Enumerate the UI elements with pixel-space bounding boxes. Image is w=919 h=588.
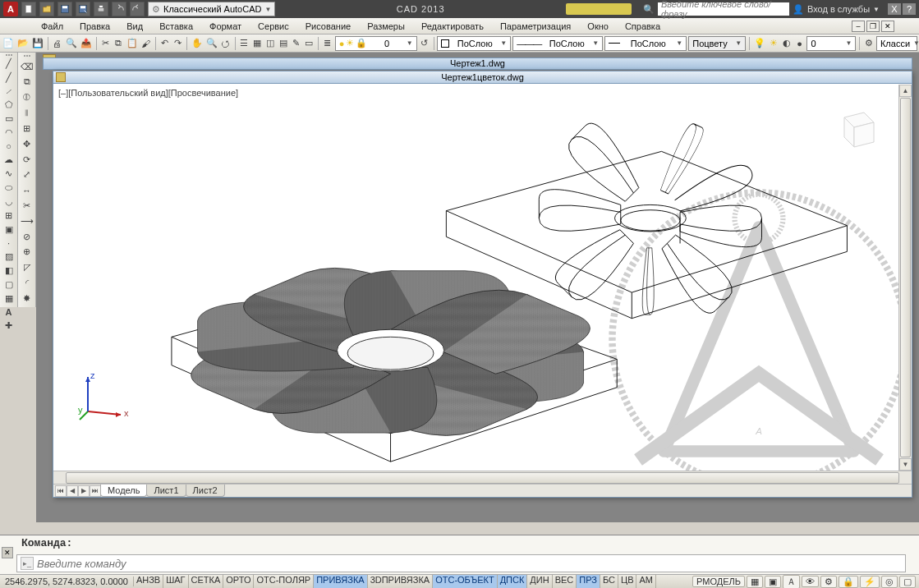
doc-minimize-button[interactable]: – [852, 21, 865, 32]
tb-designcenter-icon[interactable]: ▦ [251, 35, 263, 52]
tb-preview-icon[interactable]: 🔍 [65, 35, 78, 52]
menu-format[interactable]: Формат [201, 20, 250, 33]
status-toggle-дин[interactable]: ДИН [527, 575, 552, 588]
tb-markup-icon[interactable]: ✎ [291, 35, 302, 52]
sheet-prev-icon[interactable]: ◀ [67, 485, 78, 497]
plotstyle-dropdown[interactable]: Поцвету ▼ [688, 36, 746, 51]
light-icon[interactable]: 💡 [753, 35, 766, 52]
workspace-switch-icon[interactable]: ⚙ [820, 576, 837, 588]
layer-dropdown[interactable]: ●☀🔒 0 ▼ [335, 36, 417, 51]
qat-open-icon[interactable] [39, 2, 54, 16]
render-icon[interactable]: ● [794, 35, 806, 52]
hardware-accel-icon[interactable]: ⚡ [860, 576, 880, 588]
tb-redo-icon[interactable]: ↷ [172, 35, 183, 52]
workspace-dropdown[interactable]: ⚙ Классический AutoCAD ▼ [148, 2, 275, 16]
array-icon[interactable]: ⊞ [20, 122, 34, 136]
tb-pan-icon[interactable]: ✋ [191, 35, 204, 52]
erase-icon[interactable]: ⌫ [20, 60, 34, 74]
menu-file[interactable]: Файл [33, 20, 71, 33]
qat-undo-icon[interactable] [112, 2, 126, 16]
menu-insert[interactable]: Вставка [151, 20, 201, 33]
scale-icon[interactable]: ⤢ [20, 168, 34, 181]
fillet-icon[interactable]: ◜ [20, 276, 34, 290]
cmd-close-button[interactable]: ✕ [2, 547, 13, 558]
menu-view[interactable]: Вид [118, 20, 151, 33]
menu-parametric[interactable]: Параметризация [492, 20, 579, 33]
tb-match-icon[interactable]: 🖌 [140, 35, 152, 52]
app-menu-button[interactable]: A [3, 2, 18, 16]
gradient-icon[interactable]: ◧ [2, 264, 16, 277]
revcloud-icon[interactable]: ☁ [2, 154, 16, 166]
sheet-next-icon[interactable]: ▶ [78, 485, 90, 497]
sun-icon[interactable]: ☀ [768, 35, 779, 52]
tb-publish-icon[interactable]: 📤 [80, 35, 93, 52]
status-toggle-прз[interactable]: ПРЗ [577, 575, 600, 588]
status-toggle-анзв[interactable]: АНЗВ [134, 575, 163, 588]
menu-dimension[interactable]: Размеры [359, 20, 413, 33]
tab-layout1[interactable]: Лист1 [146, 485, 186, 497]
xline-icon[interactable]: ╱ [2, 71, 16, 84]
chamfer-icon[interactable]: ◸ [20, 260, 34, 274]
login-button[interactable]: 👤 Вход в службы ▼ [793, 4, 880, 15]
menu-modify[interactable]: Редактировать [413, 20, 492, 33]
help-icon[interactable]: ? [903, 3, 916, 15]
doc1-titlebar[interactable]: Чертеж1.dwg [43, 57, 912, 70]
arc-icon[interactable]: ◠ [2, 126, 16, 139]
sheet-last-icon[interactable]: ⏭ [90, 485, 101, 497]
drawing-canvas[interactable]: [–][Пользовательский вид][Просвечивание]… [53, 85, 898, 471]
qat-save-icon[interactable] [57, 2, 72, 16]
material-icon[interactable]: ◐ [781, 35, 793, 52]
scroll-thumb-v[interactable] [900, 98, 911, 457]
table-icon[interactable]: ▦ [2, 292, 16, 305]
annotation-scale-icon[interactable]: Ａ [783, 575, 800, 589]
tb-print-icon[interactable]: 🖨 [52, 35, 63, 52]
status-toggle-отс-поляр[interactable]: ОТС-ПОЛЯР [254, 575, 314, 588]
menu-edit[interactable]: Правка [71, 20, 118, 33]
polyline-icon[interactable]: ⟋ [2, 85, 16, 97]
ellipsearc-icon[interactable]: ◡ [2, 195, 16, 208]
doc-close-button[interactable]: ✕ [881, 21, 894, 32]
tb-new-icon[interactable]: 📄 [2, 35, 15, 52]
toolbar-lock-icon[interactable]: 🔒 [839, 576, 858, 588]
status-toggle-3dпривязка[interactable]: 3DПРИВЯЗКА [368, 575, 434, 588]
menu-draw[interactable]: Рисование [297, 20, 359, 33]
break-icon[interactable]: ⊘ [20, 230, 34, 244]
qat-print-icon[interactable] [94, 2, 108, 16]
command-line[interactable]: ▸_ [16, 554, 906, 572]
menu-help[interactable]: Справка [617, 20, 669, 33]
annotation-visibility-icon[interactable]: 👁 [802, 576, 819, 587]
scroll-up-icon[interactable]: ▲ [899, 85, 912, 97]
move-icon[interactable]: ✥ [20, 137, 34, 151]
color-dropdown[interactable]: ПоСлою ▼ [437, 36, 511, 51]
tb-zoom-icon[interactable]: 🔍 [205, 35, 218, 52]
visualstyle-dropdown[interactable]: 0▼ [806, 36, 856, 51]
viewcube[interactable] [828, 101, 880, 154]
scroll-thumb-h[interactable] [66, 472, 899, 484]
ucs-icon[interactable]: x y z [78, 372, 136, 421]
isolate-objects-icon[interactable]: ◎ [881, 576, 898, 588]
join-icon[interactable]: ⊕ [20, 246, 34, 260]
addselected-icon[interactable]: ✚ [2, 319, 16, 332]
circle-icon[interactable]: ○ [2, 140, 16, 152]
insert-icon[interactable]: ⊞ [2, 209, 16, 222]
layer-previous-icon[interactable]: ↺ [419, 35, 430, 52]
doc2-titlebar[interactable]: Чертеж1цветок.dwg [53, 71, 912, 84]
explode-icon[interactable]: ✸ [20, 292, 34, 305]
command-input[interactable] [37, 558, 905, 570]
sheet-first-icon[interactable]: ⏮ [55, 485, 67, 497]
tb-copy-icon[interactable]: ⧉ [113, 35, 124, 52]
model-space-button[interactable]: РМОДЕЛЬ [692, 576, 745, 587]
offset-icon[interactable]: ⫴ [20, 106, 34, 120]
polygon-icon[interactable]: ⬠ [2, 99, 16, 111]
trim-icon[interactable]: ✂ [20, 199, 34, 213]
ws-gear-icon[interactable]: ⚙ [863, 35, 875, 52]
hatch-icon[interactable]: ▨ [2, 250, 16, 263]
qat-redo-icon[interactable] [130, 2, 145, 16]
text-icon[interactable]: A [2, 306, 16, 318]
tb-properties-icon[interactable]: ☰ [238, 35, 250, 52]
extend-icon[interactable]: ⟶ [20, 214, 34, 228]
ws-dropdown[interactable]: Класси▼ [876, 36, 917, 51]
lineweight-dropdown[interactable]: ПоСлою ▼ [604, 36, 687, 51]
qat-new-icon[interactable] [21, 2, 36, 16]
status-toggle-привязка[interactable]: ПРИВЯЗКА [314, 575, 367, 588]
